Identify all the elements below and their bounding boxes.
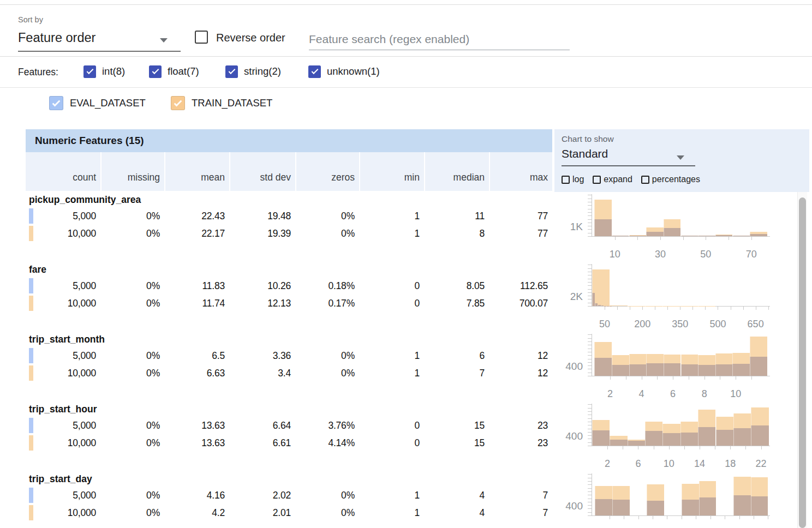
x-axis-tick xyxy=(692,307,693,310)
eval-stats-row: 5,0000%6.53.360%1612 xyxy=(26,347,552,364)
filter-int[interactable]: int(8) xyxy=(83,65,125,78)
stat-zeros: 0% xyxy=(295,504,359,521)
column-header-max: max xyxy=(489,152,552,191)
eval-histogram-bar xyxy=(645,431,662,446)
train_dataset-checkbox[interactable] xyxy=(171,96,185,110)
y-axis-tick xyxy=(588,229,592,230)
x-axis-tick xyxy=(607,446,608,449)
feature-name: pickup_community_area xyxy=(29,194,141,206)
checkmark-icon xyxy=(311,67,318,74)
feature-name: fare xyxy=(29,264,46,275)
chart-to-show-label: Chart to show xyxy=(562,134,614,144)
stat-missing: 0% xyxy=(100,207,164,225)
percentages-checkbox[interactable] xyxy=(641,176,649,184)
x-axis-tick xyxy=(642,307,643,310)
eval-histogram-bar xyxy=(716,430,733,446)
top-divider xyxy=(0,4,812,5)
train-dataset-swatch xyxy=(29,296,33,311)
y-axis-tick xyxy=(588,233,592,233)
table-column-headers: countmissingmeanstd devzerosminmedianmax xyxy=(26,152,552,191)
stat-count: 5,000 xyxy=(26,277,100,295)
eval-histogram-bar xyxy=(751,425,768,446)
y-axis-tick xyxy=(588,484,592,485)
toggle-percentages[interactable]: percentages xyxy=(641,175,700,184)
x-axis-tick xyxy=(682,516,682,519)
x-axis-tick xyxy=(768,516,768,519)
y-axis-tick xyxy=(588,285,592,286)
eval-histogram-bar xyxy=(664,363,681,376)
y-axis-tick xyxy=(588,418,592,419)
y-axis-tick xyxy=(588,422,592,422)
log-checkbox[interactable] xyxy=(562,176,570,184)
checkmark-icon xyxy=(228,67,235,74)
stat-median: 7 xyxy=(424,364,489,382)
y-axis-tick xyxy=(588,338,592,339)
stat-zeros: 3.76% xyxy=(295,417,359,434)
column-header-median: median xyxy=(424,152,489,191)
chart-option-toggles: logexpandpercentages xyxy=(562,173,700,186)
stat-min: 1 xyxy=(359,347,424,364)
chevron-down-icon[interactable] xyxy=(677,155,684,160)
stat-mean: 4.2 xyxy=(164,504,229,521)
x-axis-tick-label: 8 xyxy=(688,388,721,400)
x-axis-tick-label: 10 xyxy=(653,458,685,470)
filter-label: unknown(1) xyxy=(327,65,380,77)
y-axis-tick xyxy=(588,404,592,405)
expand-checkbox[interactable] xyxy=(593,176,601,184)
train-stats-row: 10,0000%22.1719.390%1877 xyxy=(26,225,552,242)
eval-histogram-bar xyxy=(594,358,612,376)
filter-float[interactable]: float(7) xyxy=(149,65,199,78)
chart-to-show-panel: Chart to show Standard logexpandpercenta… xyxy=(554,129,809,192)
eval-histogram-bar xyxy=(664,228,681,236)
toggle-expand[interactable]: expand xyxy=(593,175,632,184)
chart-type-dropdown[interactable]: Standard xyxy=(562,147,608,160)
feature-search-input[interactable] xyxy=(309,28,570,50)
stat-std-dev: 6.61 xyxy=(229,434,295,452)
x-axis-tick xyxy=(637,237,638,240)
chart-dropdown-underline xyxy=(562,165,695,166)
stat-median: 4 xyxy=(424,504,489,521)
x-axis-tick xyxy=(751,376,752,380)
stat-count: 5,000 xyxy=(26,347,100,364)
feature-table-body: pickup_community_area5,0000%22.4319.480%… xyxy=(26,192,797,528)
feature-name: trip_start_day xyxy=(29,473,92,485)
stat-mean: 6.63 xyxy=(164,364,229,382)
filter-label: string(2) xyxy=(244,65,281,77)
sort-order-dropdown[interactable]: Feature order xyxy=(18,31,95,45)
x-axis-tick xyxy=(610,516,610,519)
x-axis-tick xyxy=(696,516,696,519)
x-axis-tick xyxy=(624,516,624,519)
filter-unknown[interactable]: unknown(1) xyxy=(308,65,380,78)
y-axis-tick xyxy=(588,495,592,495)
eval-stats-row: 5,0000%22.4319.480%11177 xyxy=(26,207,552,225)
checkbox-checked-icon[interactable] xyxy=(225,65,238,78)
scrollbar-thumb[interactable] xyxy=(799,197,806,528)
stat-missing: 0% xyxy=(100,504,164,521)
stat-mean: 13.63 xyxy=(164,434,229,452)
dataset-name-label: EVAL_DATASET xyxy=(70,97,146,109)
stat-count: 10,000 xyxy=(26,504,100,521)
x-axis-tick xyxy=(673,376,673,380)
scrollbar-track[interactable] xyxy=(797,192,807,528)
histogram-y-axis-label: 400 xyxy=(539,361,583,373)
column-header-min: min xyxy=(359,152,424,191)
legend-eval_dataset[interactable]: EVAL_DATASET xyxy=(49,96,146,110)
checkbox-checked-icon[interactable] xyxy=(149,65,162,78)
stat-median: 11 xyxy=(424,207,489,225)
feature-name: trip_start_month xyxy=(29,334,105,345)
toggle-log[interactable]: log xyxy=(562,175,584,184)
reverse-order-label: Reverse order xyxy=(216,32,285,44)
chevron-down-icon[interactable] xyxy=(160,38,168,43)
eval-histogram-bar xyxy=(646,363,664,376)
checkbox-checked-icon[interactable] xyxy=(308,65,321,78)
filter-string[interactable]: string(2) xyxy=(225,65,281,78)
reverse-order-checkbox[interactable] xyxy=(195,31,208,44)
checkbox-checked-icon[interactable] xyxy=(83,65,96,78)
eval_dataset-checkbox[interactable] xyxy=(49,96,63,110)
x-axis-tick xyxy=(756,307,756,310)
stat-missing: 0% xyxy=(100,417,164,434)
legend-train_dataset[interactable]: TRAIN_DATASET xyxy=(171,96,272,110)
x-axis-tick xyxy=(657,376,658,380)
stat-missing: 0% xyxy=(100,487,164,504)
y-axis-tick xyxy=(588,359,592,359)
